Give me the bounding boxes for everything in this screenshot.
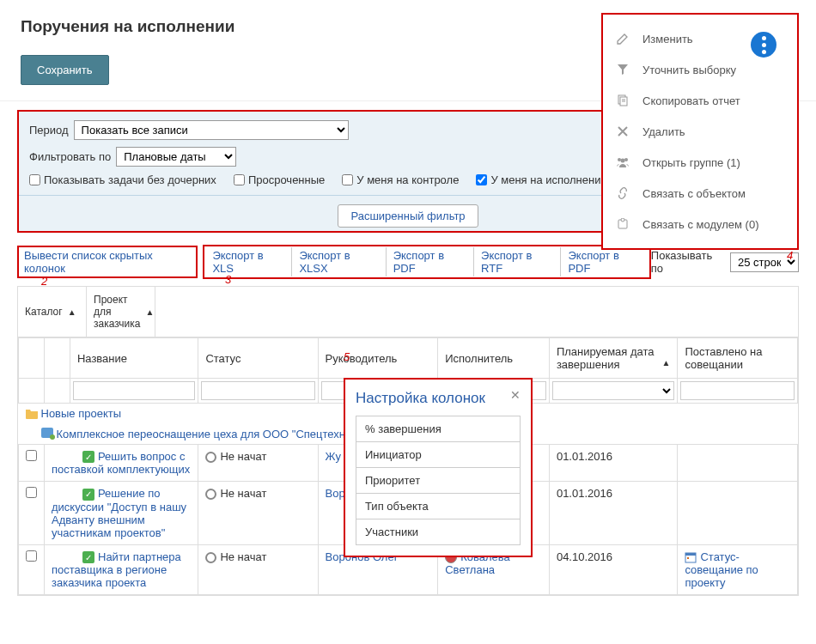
filterby-select[interactable]: Плановые даты	[116, 147, 236, 167]
svg-point-4	[618, 158, 621, 161]
group-header-catalog[interactable]: Каталог▲	[18, 287, 87, 337]
sort-asc-icon: ▲	[145, 307, 154, 317]
cb-my-execution[interactable]: У меня на исполнении	[476, 173, 606, 186]
export-pdf2[interactable]: Экспорт в PDF	[561, 247, 648, 276]
status-icon	[205, 552, 216, 563]
group-icon	[615, 155, 630, 170]
advanced-filter-button[interactable]: Расширенный фильтр	[338, 204, 478, 228]
action-delete[interactable]: Удалить	[603, 116, 797, 147]
row-checkbox[interactable]	[26, 450, 37, 461]
column-header-row: Название Статус Руководитель Исполнитель…	[19, 338, 798, 379]
sort-asc-icon: ▲	[68, 307, 76, 317]
task-icon: ✓	[82, 489, 94, 501]
filter-status[interactable]	[201, 381, 314, 400]
annotation-5: 5	[344, 350, 350, 363]
col-plandate[interactable]: Планируемая дата завершения▲	[549, 338, 678, 379]
popup-item[interactable]: % завершения	[356, 416, 520, 442]
export-rtf[interactable]: Экспорт в RTF	[474, 247, 561, 276]
popup-item[interactable]: Инициатор	[356, 442, 520, 468]
group-header-project[interactable]: Проект для заказчика▲	[87, 287, 155, 337]
show-hidden-columns-button[interactable]: Вывести список скрытых колонок	[17, 246, 198, 278]
row-checkbox[interactable]	[26, 550, 37, 562]
task-icon: ✓	[82, 551, 94, 563]
annotation-4: 4	[787, 249, 793, 262]
close-icon[interactable]: ✕	[510, 388, 521, 402]
popup-title: Настройка колонок	[356, 390, 521, 407]
project-icon	[41, 428, 53, 438]
svg-point-8	[621, 218, 624, 222]
cross-icon	[615, 124, 630, 139]
manager-link[interactable]: Жу	[326, 450, 341, 463]
export-xlsx[interactable]: Экспорт в XLSX	[292, 247, 386, 276]
status-icon	[205, 489, 216, 500]
task-icon: ✓	[82, 451, 94, 463]
folder-icon	[26, 409, 38, 421]
show-by-label: Показывать по	[651, 249, 725, 275]
cb-my-control[interactable]: У меня на контроле	[342, 173, 459, 186]
action-copy[interactable]: Скопировать отчет	[603, 85, 797, 116]
action-refine[interactable]: Уточнить выборку	[603, 54, 797, 85]
col-checkbox[interactable]	[19, 338, 45, 379]
calendar-icon	[685, 551, 697, 563]
popup-item[interactable]: Приоритет	[356, 468, 520, 494]
task-link[interactable]: Решить вопрос с поставкой комплектующих	[52, 450, 190, 477]
svg-point-5	[624, 158, 628, 161]
annotation-3: 3	[225, 273, 231, 286]
col-icon[interactable]	[45, 338, 70, 379]
svg-rect-10	[685, 553, 696, 556]
col-meeting[interactable]: Поставлено на совещании	[678, 338, 798, 379]
link-icon	[615, 185, 630, 201]
svg-rect-11	[687, 557, 689, 559]
puzzle-icon	[615, 216, 630, 232]
save-button[interactable]: Сохранить	[21, 55, 109, 85]
col-executor[interactable]: Исполнитель	[438, 338, 550, 379]
actions-menu: Изменить Уточнить выборку Скопировать от…	[601, 13, 799, 250]
task-link[interactable]: Решение по дискуссии "Доступ в нашу Адва…	[52, 487, 186, 539]
status-icon	[205, 452, 216, 463]
cb-no-children[interactable]: Показывать задачи без дочерних	[29, 173, 216, 186]
filterby-label: Фильтровать по	[29, 150, 111, 163]
action-open-group[interactable]: Открыть группе (1)	[603, 147, 797, 178]
export-group: Экспорт в XLS Экспорт в XLSX Экспорт в P…	[203, 245, 650, 279]
manager-link[interactable]: Вор	[326, 487, 345, 500]
period-select[interactable]: Показать все записи	[74, 120, 349, 140]
toolbar: Вывести список скрытых колонок Экспорт в…	[17, 245, 799, 279]
cb-overdue[interactable]: Просроченные	[234, 173, 325, 186]
popup-item[interactable]: Тип объекта	[356, 494, 520, 519]
popup-item[interactable]: Участники	[356, 519, 520, 544]
col-name[interactable]: Название	[70, 338, 198, 379]
export-pdf[interactable]: Экспорт в PDF	[387, 247, 474, 276]
task-link[interactable]: Найти партнера поставщика в регионе зака…	[52, 550, 181, 590]
filter-meeting[interactable]	[680, 381, 795, 400]
filter-plandate[interactable]	[552, 381, 675, 400]
export-xls[interactable]: Экспорт в XLS	[205, 247, 292, 276]
col-manager[interactable]: Руководитель	[318, 338, 438, 379]
funnel-icon	[615, 62, 630, 77]
svg-point-6	[621, 159, 625, 163]
filter-name[interactable]	[73, 381, 195, 400]
copy-icon	[615, 93, 630, 108]
period-label: Период	[29, 124, 69, 137]
sort-asc-icon: ▲	[662, 358, 671, 368]
pencil-icon	[615, 31, 630, 46]
more-actions-button[interactable]	[751, 32, 776, 58]
annotation-2: 2	[41, 275, 47, 288]
row-checkbox[interactable]	[26, 487, 37, 498]
action-link-module[interactable]: Связать с модулем (0)	[603, 209, 797, 240]
column-settings-popup: Настройка колонок ✕ % завершения Инициат…	[344, 378, 533, 557]
action-link-object[interactable]: Связать с объектом	[603, 178, 797, 209]
col-status[interactable]: Статус	[198, 338, 318, 379]
